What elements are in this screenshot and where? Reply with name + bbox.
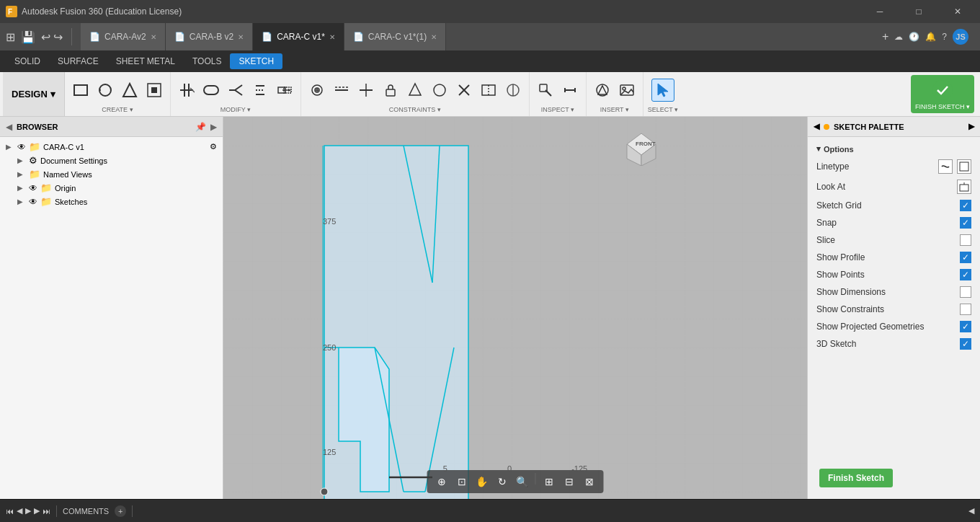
lock-tool[interactable]: [379, 79, 402, 102]
nav-last-btn[interactable]: ⏭: [43, 507, 50, 516]
minimize-btn[interactable]: ─: [863, 0, 896, 23]
tab-close-cara-cv1[interactable]: ✕: [329, 33, 335, 41]
measure-tool[interactable]: [558, 79, 582, 102]
look-at-btn[interactable]: [957, 180, 971, 194]
user-avatar[interactable]: JS: [953, 29, 968, 45]
eye-icon-origin[interactable]: 👁: [29, 183, 37, 193]
browser-pin-icon[interactable]: 📌: [195, 122, 206, 132]
menu-tab-sketch[interactable]: SKETCH: [230, 53, 282, 69]
canvas-area[interactable]: 375 250 125 FRONT ⊕ ⊡ ✋ ↻: [223, 117, 807, 499]
tree-item-document-settings[interactable]: ▶ ⚙ Document Settings: [0, 154, 223, 167]
browser-collapse-icon[interactable]: ◀: [6, 122, 12, 132]
palette-content: ▾ Options Linetype Look At: [808, 137, 980, 357]
nav-first-btn[interactable]: ⏮: [6, 507, 14, 516]
menu-tab-tools[interactable]: TOOLS: [184, 53, 230, 69]
settings-icon-cara-c-v1[interactable]: ⚙: [210, 142, 217, 151]
options-arrow[interactable]: ▾: [816, 144, 821, 154]
eye-icon-cara-c-v1[interactable]: 👁: [17, 142, 26, 152]
notification-icon[interactable]: 🔔: [925, 32, 936, 42]
linetype-icon2[interactable]: [957, 159, 971, 174]
add-comment-btn[interactable]: +: [115, 505, 126, 517]
fit-screen-btn[interactable]: ⊡: [453, 473, 471, 490]
tab-cara-cv1[interactable]: 📄 CARA-C v1* ✕: [253, 23, 344, 50]
palette-expand-icon[interactable]: ▶: [968, 122, 974, 131]
view-cube[interactable]: FRONT: [620, 123, 663, 166]
svg-point-33: [434, 84, 445, 96]
tab-cara-bv2[interactable]: 📄 CARA-B v2 ✕: [166, 23, 253, 50]
show-constraints-checkbox[interactable]: [960, 304, 971, 315]
close-btn[interactable]: ✕: [941, 0, 974, 23]
tree-item-sketches[interactable]: ▶ 👁 📁 Sketches: [0, 195, 223, 208]
add-tab-btn[interactable]: +: [882, 30, 888, 43]
redo-btn[interactable]: ↪: [53, 30, 63, 44]
display-settings-btn[interactable]: ⊞: [540, 473, 558, 490]
cloud-icon[interactable]: ☁: [894, 32, 903, 42]
slice-checkbox[interactable]: [960, 234, 971, 246]
offset-tool[interactable]: [249, 79, 272, 102]
tangent-tool[interactable]: [355, 79, 378, 102]
show-dimensions-checkbox[interactable]: [960, 286, 971, 298]
tree-item-cara-c-v1[interactable]: ▶ 👁 📁 CARA-C v1 ⚙: [0, 140, 223, 154]
menu-tab-sheet-metal[interactable]: SHEET METAL: [107, 53, 184, 69]
grid-settings-btn[interactable]: ⊟: [561, 473, 578, 490]
sketch-grid-checkbox[interactable]: ✓: [960, 200, 971, 211]
circle-tool[interactable]: [94, 79, 117, 102]
finish-sketch-button[interactable]: Finish Sketch: [819, 469, 893, 487]
nav-next-btn[interactable]: ▶: [34, 506, 40, 516]
fillet-tool[interactable]: [224, 79, 247, 102]
undo-btn[interactable]: ↩: [41, 30, 50, 44]
insert-dxf-tool[interactable]: [591, 79, 614, 102]
snapping-btn[interactable]: ⊠: [581, 473, 598, 490]
select-tool[interactable]: [651, 79, 674, 102]
circular-tool[interactable]: [428, 79, 451, 102]
eye-icon-sketches[interactable]: 👁: [29, 197, 37, 207]
save-btn[interactable]: 💾: [21, 30, 35, 44]
move-tool[interactable]: [273, 79, 296, 102]
symmetry-tool[interactable]: [502, 79, 525, 102]
3d-sketch-label: 3D Sketch: [816, 339, 954, 349]
orbit-btn[interactable]: ↻: [494, 473, 511, 490]
history-icon[interactable]: 🕐: [909, 32, 919, 42]
show-points-checkbox[interactable]: ✓: [960, 269, 971, 280]
snap-checkbox[interactable]: ✓: [960, 217, 971, 229]
maximize-btn[interactable]: □: [902, 0, 935, 23]
mirror-tool[interactable]: [477, 79, 500, 102]
show-projected-checkbox[interactable]: ✓: [960, 321, 971, 332]
point-tool[interactable]: [143, 79, 166, 102]
nav-prev-btn[interactable]: ◀: [17, 506, 22, 516]
finish-sketch-ribbon-btn[interactable]: [931, 79, 954, 102]
zoom-btn[interactable]: 🔍: [514, 473, 531, 490]
3d-sketch-checkbox[interactable]: ✓: [960, 338, 971, 350]
tab-close-cara-av2[interactable]: ✕: [151, 33, 156, 41]
equal-tool[interactable]: [404, 79, 427, 102]
tab-close-cara-bv2[interactable]: ✕: [238, 33, 244, 41]
insert-img-tool[interactable]: [615, 79, 638, 102]
palette-collapse-icon[interactable]: ◀: [814, 122, 819, 131]
design-button[interactable]: DESIGN ▾: [3, 72, 65, 116]
nav-play-btn[interactable]: ▶: [25, 506, 31, 516]
home-btn[interactable]: ⊕: [433, 473, 450, 490]
tree-item-named-views[interactable]: ▶ 📁 Named Views: [0, 167, 223, 181]
line-tool[interactable]: [118, 79, 141, 102]
inspect-tool[interactable]: [534, 79, 557, 102]
fix-tool[interactable]: [453, 79, 476, 102]
show-profile-checkbox[interactable]: ✓: [960, 252, 971, 263]
extend-tool[interactable]: [200, 79, 223, 102]
collinear-tool[interactable]: [330, 79, 353, 102]
tab-close-cara-cv1-1[interactable]: ✕: [431, 33, 437, 41]
status-collapse-btn[interactable]: ◀: [968, 506, 974, 516]
coincident-tool[interactable]: [306, 79, 329, 102]
tab-cara-cv1-1[interactable]: 📄 CARA-C v1*(1) ✕: [344, 23, 446, 50]
trim-tool[interactable]: [175, 79, 198, 102]
menu-tab-solid[interactable]: SOLID: [6, 53, 49, 69]
grid-menu-icon[interactable]: ⊞: [6, 30, 15, 44]
menu-tab-surface[interactable]: SURFACE: [49, 53, 107, 69]
tab-cara-av2[interactable]: 📄 CARA-Av2 ✕: [81, 23, 166, 50]
rectangle-tool[interactable]: [69, 79, 92, 102]
browser-expand-icon[interactable]: ▶: [210, 122, 217, 132]
svg-rect-71: [960, 185, 968, 191]
pan-btn[interactable]: ✋: [473, 473, 491, 490]
tree-item-origin[interactable]: ▶ 👁 📁 Origin: [0, 181, 223, 195]
linetype-icon1[interactable]: [938, 159, 953, 174]
help-icon[interactable]: ?: [942, 32, 947, 42]
